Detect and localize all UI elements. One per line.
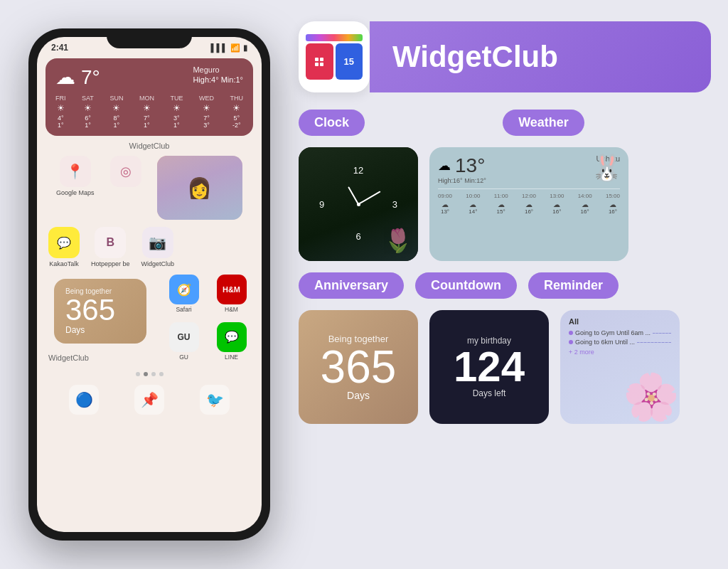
reminder-item-1: Going to Gym Until 6am ...	[569, 329, 671, 336]
widgets-row-2: Being together 365 Days my birthday 124 …	[299, 310, 711, 424]
clock-num-9: 9	[319, 199, 324, 210]
dot-1	[136, 372, 140, 376]
anniv-days: 365	[65, 295, 135, 325]
weather-day: FRI☀4°1°	[55, 95, 66, 129]
ww-hour-13: 13:00☁16°	[550, 193, 564, 215]
ww-left: ☁ 13° High:16° Min:12°	[438, 154, 486, 184]
weather-day: WED☀7°3°	[199, 95, 214, 129]
kakaotalk-label: KakaoTalk	[48, 260, 80, 267]
category-clock[interactable]: Clock	[299, 110, 365, 136]
app2-icon: ◎	[110, 156, 141, 187]
weather-day: MON☀7°1°	[139, 95, 154, 129]
app-logo: 15	[299, 21, 370, 92]
tulip-decoration: 🌷	[384, 227, 412, 254]
dock-icon-2[interactable]: 📌	[134, 385, 164, 415]
reminder-item-2: Going to 6km Until ...	[569, 339, 671, 346]
reminder-text-2: Going to 6km Until ...	[575, 339, 635, 346]
reminder-dot-2	[569, 340, 573, 344]
weather-day: SAT☀6°1°	[82, 95, 94, 129]
category-countdown[interactable]: Countdown	[415, 272, 517, 299]
app-icon-kakaotalk[interactable]: 💬 KakaoTalk	[48, 227, 80, 267]
small-icons-grid: 🧭 Safari H&M H&M GU GU 💬 LINE	[162, 275, 253, 365]
dock-row: 🔵 📌 🐦	[37, 381, 262, 415]
logo-red-sq	[306, 43, 333, 80]
logo-blue-sq: 15	[336, 43, 363, 80]
dock-icon-1[interactable]: 🔵	[69, 385, 99, 415]
wifi-icon: 📶	[230, 43, 240, 53]
anniv-days-label: Days	[65, 325, 135, 335]
weather-days-row: FRI☀4°1° SAT☀6°1° SUN☀8°1° MON☀7°1° TUE☀…	[55, 95, 243, 129]
app-icon-circle2[interactable]: ◎	[110, 156, 141, 220]
anniv-preview-subtitle: Being together	[328, 334, 389, 344]
category-row-2: Anniversary Countdown Reminder	[299, 272, 711, 299]
gu-icon: GU	[169, 322, 199, 352]
dot-4	[159, 372, 164, 376]
rabbit-decoration: 🐰	[591, 153, 623, 183]
app-icon-widgetclub2[interactable]: 📷 WidgetClub	[141, 227, 175, 267]
flower-decoration: 🌸	[623, 371, 680, 424]
phone-anniversary-widget: Being together 365 Days	[54, 279, 146, 344]
app-title-badge: WidgetClub	[370, 21, 711, 92]
hour-hand	[348, 186, 359, 204]
category-reminder[interactable]: Reminder	[528, 272, 619, 299]
small-app-hm[interactable]: H&M H&M	[210, 275, 253, 318]
bottom-section: Being together 365 Days WidgetClub 🧭 Saf…	[37, 272, 262, 368]
logo-stripe	[306, 34, 363, 41]
safari-icon: 🧭	[169, 275, 199, 304]
right-panel: 15 WidgetClub Clock Weather 12 3 6 9	[299, 21, 711, 424]
clock-num-12: 12	[353, 165, 363, 176]
category-weather[interactable]: Weather	[503, 110, 584, 136]
app-icons-row: 📍 Google Maps ◎ 👩	[37, 153, 262, 223]
logo-bottom-row: 15	[306, 43, 363, 80]
signal-icon: ▌▌▌	[211, 43, 228, 52]
weather-day: TUE☀3°1°	[170, 95, 183, 129]
reminder-line-2	[637, 342, 671, 343]
app-icon-googlemaps[interactable]: 📍 Google Maps	[56, 156, 95, 220]
kakaotalk-icon: 💬	[48, 227, 80, 258]
anniv-preview-days: 365	[321, 344, 397, 390]
anniv-preview-label: Days	[347, 390, 370, 401]
googlemaps-label: Google Maps	[56, 189, 95, 196]
anniversary-widget-preview: Being together 365 Days	[299, 310, 418, 424]
ww-temp: 13°	[455, 154, 485, 177]
ww-hour-11: 11:00☁15°	[494, 193, 508, 215]
clock-widget-preview: 12 3 6 9 🌷	[299, 147, 418, 261]
weather-widget-preview: ☁ 13° High:16° Min:12° Ushiku 🐰 09:00☁13…	[429, 147, 628, 261]
phone-frame: 2:41 ▌▌▌ 📶 ▮ ☁ 7° Meguro	[28, 28, 270, 541]
ww-hour-14: 14:00☁16°	[578, 193, 592, 215]
status-time: 2:41	[51, 43, 68, 53]
app-title-text: WidgetClub	[392, 40, 558, 74]
countdown-subtitle: my birthday	[467, 336, 511, 346]
small-app-gu[interactable]: GU GU	[162, 322, 205, 366]
app-icon-hotpepper[interactable]: B Hotpepper be	[91, 227, 130, 267]
ww-hours-row: 09:00☁13° 10:00☁14° 11:00☁15° 12:00☁16° …	[438, 188, 620, 215]
phone-mockup: 2:41 ▌▌▌ 📶 ▮ ☁ 7° Meguro	[28, 28, 270, 541]
safari-label: Safari	[162, 306, 205, 313]
ww-hour-9: 09:00☁13°	[438, 193, 452, 215]
hotpepper-icon: B	[95, 227, 126, 258]
countdown-number: 124	[454, 346, 525, 388]
reminder-widget-preview: All Going to Gym Until 6am ... Going to …	[560, 310, 680, 424]
reminder-line-1	[653, 333, 671, 334]
svg-rect-1	[320, 58, 323, 61]
small-app-line[interactable]: 💬 LINE	[210, 322, 253, 366]
anniv-subtitle: Being together	[65, 287, 135, 295]
clock-center-dot	[357, 203, 360, 206]
countdown-widget-preview: my birthday 124 Days left	[429, 310, 549, 424]
line-label: LINE	[210, 353, 253, 361]
weather-day: THU☀5°-2°	[230, 95, 243, 129]
ww-minmax: High:16° Min:12°	[438, 177, 486, 184]
clock-num-3: 3	[392, 199, 397, 210]
dot-2-active	[144, 372, 148, 376]
phone-weather-widget: ☁ 7° Meguro High:4° Min:1° FRI☀4°1° SAT☀…	[46, 58, 253, 136]
hm-icon: H&M	[217, 275, 247, 304]
category-anniversary[interactable]: Anniversary	[299, 272, 404, 299]
weather-location: Meguro	[193, 65, 243, 74]
clock-num-6: 6	[355, 231, 360, 242]
ww-hour-15: 15:00☁16°	[606, 193, 620, 215]
widgetclub2-icon: 📷	[142, 227, 173, 258]
small-app-safari[interactable]: 🧭 Safari	[162, 275, 205, 318]
dock-icon-3[interactable]: 🐦	[200, 385, 230, 415]
svg-rect-3	[320, 63, 323, 66]
dot-3	[151, 372, 156, 376]
